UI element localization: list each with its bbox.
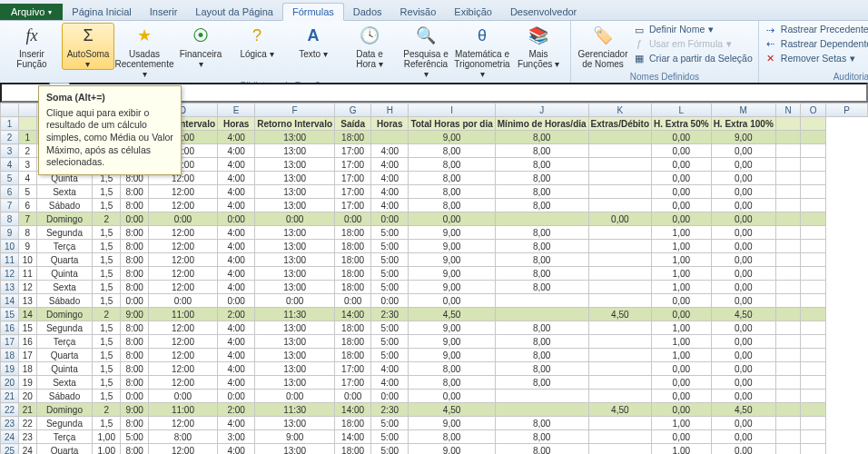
- insert-function-button[interactable]: fx Inserir Função: [5, 23, 58, 70]
- row-header-9[interactable]: 9: [1, 226, 19, 240]
- data-row[interactable]: 11 10 Quarta 1,5 8:00 12:00 4:00 13:00 1…: [1, 253, 868, 267]
- row-header-3[interactable]: 3: [1, 144, 19, 158]
- column-header-F[interactable]: F: [255, 104, 335, 117]
- grid-icon: ▦: [633, 52, 646, 64]
- row-header-6[interactable]: 6: [1, 185, 19, 199]
- row-header-4[interactable]: 4: [1, 158, 19, 172]
- row-header-18[interactable]: 18: [1, 349, 19, 362]
- row-header-19[interactable]: 19: [1, 362, 19, 376]
- row-header-12[interactable]: 12: [1, 267, 19, 281]
- row-header-1[interactable]: 1: [1, 117, 19, 131]
- tag-icon: 🏷️: [591, 25, 615, 47]
- row-header-10[interactable]: 10: [1, 240, 19, 253]
- tab-home[interactable]: Página Inicial: [63, 4, 140, 20]
- row-header-16[interactable]: 16: [1, 321, 19, 335]
- row-header-22[interactable]: 22: [1, 403, 19, 417]
- ribbon: fx Inserir Função Σ AutoSoma▾ ★ Usadas R…: [0, 21, 868, 84]
- autosum-button[interactable]: Σ AutoSoma▾: [62, 23, 114, 70]
- column-header-K[interactable]: K: [588, 104, 651, 117]
- trace-precedents-button[interactable]: ⇢Rastrear Precedentes: [764, 23, 868, 37]
- data-row[interactable]: 18 17 Quarta 1,5 8:00 12:00 4:00 13:00 1…: [1, 349, 868, 362]
- data-row[interactable]: 7 6 Sábado 1,5 8:00 12:00 4:00 13:00 17:…: [1, 199, 868, 212]
- date-time-button[interactable]: 🕓 Data e Hora ▾: [343, 23, 396, 70]
- data-row[interactable]: 22 21 Domingo 2 9:00 11:00 2:00 11:30 14…: [1, 403, 868, 417]
- data-row[interactable]: 16 15 Segunda 1,5 8:00 12:00 4:00 13:00 …: [1, 321, 868, 335]
- row-header-7[interactable]: 7: [1, 199, 19, 212]
- tab-data[interactable]: Dados: [344, 4, 391, 20]
- tab-view[interactable]: Exibição: [445, 4, 501, 20]
- data-row[interactable]: 12 11 Quinta 1,5 8:00 12:00 4:00 13:00 1…: [1, 267, 868, 281]
- column-header-J[interactable]: J: [495, 104, 588, 117]
- data-row[interactable]: 9 8 Segunda 1,5 8:00 12:00 4:00 13:00 18…: [1, 226, 868, 240]
- data-row[interactable]: 8 7 Domingo 2 0:00 0:00 0:00 0:00 0:00 0…: [1, 212, 868, 226]
- row-header-11[interactable]: 11: [1, 253, 19, 267]
- row-header-24[interactable]: 24: [1, 430, 19, 444]
- data-row[interactable]: 20 19 Sexta 1,5 8:00 12:00 4:00 13:00 17…: [1, 376, 868, 390]
- use-in-formula-button[interactable]: ƒUsar em Fórmula ▾: [633, 37, 753, 52]
- financial-button[interactable]: ⦿ Financeira ▾: [174, 23, 227, 70]
- row-header-20[interactable]: 20: [1, 376, 19, 390]
- ribbon-tabs: Arquivo Página Inicial Inserir Layout da…: [0, 0, 868, 21]
- remove-arrows-button[interactable]: ✕Remover Setas ▾: [764, 52, 868, 66]
- name-manager-button[interactable]: 🏷️ Gerenciador de Nomes: [577, 23, 629, 70]
- coins-icon: ⦿: [189, 25, 212, 47]
- row-header-14[interactable]: 14: [1, 294, 19, 308]
- lookup-button[interactable]: 🔍 Pesquisa e Referência ▾: [399, 23, 452, 80]
- column-header-P[interactable]: P: [826, 104, 868, 117]
- formula-auditing-label: Auditoria de Fórmulas: [764, 71, 868, 83]
- row-header-21[interactable]: 21: [1, 390, 19, 403]
- clock-icon: 🕓: [358, 25, 381, 47]
- column-header-G[interactable]: G: [335, 104, 371, 117]
- select-all-corner[interactable]: [1, 104, 19, 117]
- autosum-tooltip: Soma (Alt+=) Clique aqui para exibir o r…: [38, 85, 182, 175]
- tab-developer[interactable]: Desenvolvedor: [501, 4, 586, 20]
- question-icon: ?: [245, 25, 269, 47]
- data-row[interactable]: 21 20 Sábado 1,5 0:00 0:00 0:00 0:00 0:0…: [1, 390, 868, 403]
- row-header-5[interactable]: 5: [1, 172, 19, 185]
- row-header-8[interactable]: 8: [1, 212, 19, 226]
- star-icon: ★: [133, 25, 156, 47]
- row-header-2[interactable]: 2: [1, 131, 19, 144]
- data-row[interactable]: 6 5 Sexta 1,5 8:00 12:00 4:00 13:00 17:0…: [1, 185, 868, 199]
- data-row[interactable]: 14 13 Sábado 1,5 0:00 0:00 0:00 0:00 0:0…: [1, 294, 868, 308]
- column-header-M[interactable]: M: [711, 104, 775, 117]
- arrow-precedent-icon: ⇢: [764, 24, 777, 36]
- row-header-25[interactable]: 25: [1, 444, 19, 455]
- row-header-13[interactable]: 13: [1, 281, 19, 294]
- data-row[interactable]: 13 12 Sexta 1,5 8:00 12:00 4:00 13:00 18…: [1, 281, 868, 294]
- row-header-23[interactable]: 23: [1, 417, 19, 430]
- tooltip-body: Clique aqui para exibir o resultado de u…: [46, 107, 173, 169]
- data-row[interactable]: 25 24 Quarta 1,00 8:00 12:00 4:00 13:00 …: [1, 444, 868, 455]
- logical-button[interactable]: ? Lógica ▾: [231, 23, 283, 60]
- row-header-15[interactable]: 15: [1, 308, 19, 321]
- more-functions-button[interactable]: 📚 Mais Funções ▾: [512, 23, 565, 70]
- column-header-E[interactable]: E: [218, 104, 255, 117]
- data-row[interactable]: 10 9 Terça 1,5 8:00 12:00 4:00 13:00 18:…: [1, 240, 868, 253]
- text-button[interactable]: A Texto ▾: [287, 23, 340, 60]
- tab-layout[interactable]: Layout da Página: [186, 4, 282, 20]
- recently-used-button[interactable]: ★ Usadas Recentemente ▾: [118, 23, 171, 80]
- column-header-N[interactable]: N: [775, 104, 800, 117]
- tab-review[interactable]: Revisão: [391, 4, 446, 20]
- data-row[interactable]: 24 23 Terça 1,00 5:00 8:00 3:00 9:00 14:…: [1, 430, 868, 444]
- tab-insert[interactable]: Inserir: [141, 4, 187, 20]
- data-row[interactable]: 19 18 Quinta 1,5 8:00 12:00 4:00 13:00 1…: [1, 362, 868, 376]
- column-header-I[interactable]: I: [409, 104, 495, 117]
- trace-dependents-button[interactable]: ⇠Rastrear Dependentes: [764, 37, 868, 52]
- letter-a-icon: A: [301, 25, 325, 47]
- row-header-17[interactable]: 17: [1, 335, 19, 349]
- column-header-L[interactable]: L: [652, 104, 712, 117]
- formula-input[interactable]: [69, 83, 868, 103]
- define-name-button[interactable]: ▭Definir Nome ▾: [633, 23, 753, 37]
- tab-formulas[interactable]: Fórmulas: [282, 3, 344, 21]
- data-row[interactable]: 17 16 Terça 1,5 8:00 12:00 4:00 13:00 18…: [1, 335, 868, 349]
- data-row[interactable]: 23 22 Segunda 1,5 8:00 12:00 4:00 13:00 …: [1, 417, 868, 430]
- data-row[interactable]: 15 14 Domingo 2 9:00 11:00 2:00 11:30 14…: [1, 308, 868, 321]
- file-tab[interactable]: Arquivo: [0, 4, 63, 20]
- label-icon: ▭: [633, 24, 646, 36]
- books-icon: 📚: [527, 25, 550, 47]
- column-header-O[interactable]: O: [801, 104, 826, 117]
- math-trig-button[interactable]: θ Matemática e Trigonometria ▾: [456, 23, 508, 80]
- column-header-H[interactable]: H: [371, 104, 409, 117]
- create-from-selection-button[interactable]: ▦Criar a partir da Seleção: [633, 52, 753, 66]
